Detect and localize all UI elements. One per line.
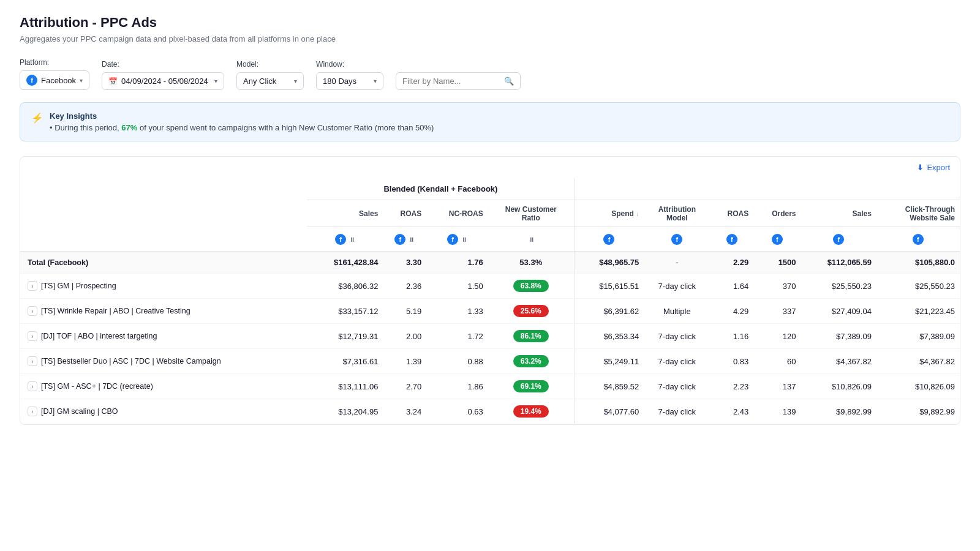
blended-sales-icon-row: f⏸ — [307, 227, 383, 252]
search-filter[interactable]: 🔍 — [396, 72, 521, 90]
platform-value: Facebook — [41, 76, 76, 85]
row-fb-sales: $4,367.82 — [801, 349, 876, 374]
export-row: ⬇ Export — [20, 157, 960, 178]
row-sales: $12,719.31 — [307, 324, 383, 349]
fb-roas-col-header — [710, 178, 753, 200]
campaign-name: ›[TS] Bestseller Duo | ASC | 7DC | Websi… — [20, 349, 307, 374]
row-fb-sales: $7,389.09 — [801, 324, 876, 349]
platform-filter-group: Platform: f Facebook ▾ — [20, 58, 89, 90]
fb-icon-roas: f — [394, 234, 405, 245]
attr-icon-row: f — [644, 227, 710, 252]
export-button[interactable]: ⬇ Export — [917, 163, 950, 172]
campaign-name: ›[DJ] GM scaling | CBO — [20, 399, 307, 424]
row-roas: 2.00 — [383, 324, 426, 349]
expand-button[interactable]: › — [28, 381, 37, 391]
row-nc-ratio: 19.4% — [488, 399, 574, 424]
row-spend: $6,391.62 — [574, 299, 644, 324]
blended-nc-roas-icon-row: f⏸ — [426, 227, 488, 252]
chevron-down-icon: ▾ — [80, 77, 83, 84]
row-attr-model: 7-day click — [644, 349, 710, 374]
row-nc-roas: 0.88 — [426, 349, 488, 374]
total-fb-sales: $112,065.59 — [801, 252, 876, 274]
expand-button[interactable]: › — [28, 306, 37, 316]
total-fb-orders: 1500 — [753, 252, 801, 274]
attr-model-label: AttributionModel — [644, 200, 710, 227]
fb-orders-label: Orders — [753, 200, 801, 227]
total-sales: $161,428.84 — [307, 252, 383, 274]
fb-icon-sales2: f — [833, 234, 844, 245]
row-fb-sales: $9,892.99 — [801, 399, 876, 424]
chevron-down-icon: ▾ — [214, 78, 217, 84]
row-fb-roas: 1.16 — [710, 324, 753, 349]
row-fb-orders: 60 — [753, 349, 801, 374]
row-roas: 5.19 — [383, 299, 426, 324]
row-attr-model: 7-day click — [644, 374, 710, 399]
date-select[interactable]: 📅 04/09/2024 - 05/08/2024 ▾ — [102, 72, 224, 90]
table-row: ›[DJ] TOF | ABO | interest targeting $12… — [20, 324, 960, 349]
row-attr-model: Multiple — [644, 299, 710, 324]
orders-icon-row: f — [753, 227, 801, 252]
row-fb-roas: 2.43 — [710, 399, 753, 424]
fb-icon-attr: f — [671, 234, 682, 245]
window-value: 180 Days — [323, 77, 356, 86]
expand-button[interactable]: › — [28, 281, 37, 291]
row-sales: $7,316.61 — [307, 349, 383, 374]
date-filter-group: Date: 📅 04/09/2024 - 05/08/2024 ▾ — [102, 60, 224, 90]
row-nc-roas: 0.63 — [426, 399, 488, 424]
total-roas: 3.30 — [383, 252, 426, 274]
campaign-name: ›[TS] GM - ASC+ | 7DC (recreate) — [20, 374, 307, 399]
table-row: ›[DJ] GM scaling | CBO $13,204.95 3.24 0… — [20, 399, 960, 424]
row-nc-roas: 1.72 — [426, 324, 488, 349]
insights-text-after: of your spend went to campaigns with a h… — [140, 123, 434, 132]
expand-button[interactable]: › — [28, 407, 37, 416]
nc-ratio-badge: 63.2% — [513, 355, 549, 367]
insights-text-before: • During this period, — [50, 123, 121, 132]
fb-sales-col-header — [801, 178, 876, 200]
row-nc-ratio: 69.1% — [488, 374, 574, 399]
fb-icon-spend: f — [603, 234, 614, 245]
total-fb-roas: 2.29 — [710, 252, 753, 274]
window-select[interactable]: 180 Days ▾ — [316, 72, 383, 90]
page-subtitle: Aggregates your PPC campaign data and pi… — [20, 34, 960, 43]
row-nc-ratio: 63.8% — [488, 274, 574, 299]
expand-button[interactable]: › — [28, 331, 37, 341]
download-icon: ⬇ — [917, 163, 924, 172]
platform-select[interactable]: f Facebook ▾ — [20, 70, 89, 90]
insights-title: Key Insights — [50, 111, 434, 121]
row-fb-orders: 120 — [753, 324, 801, 349]
table-row: ›[TS] GM - ASC+ | 7DC (recreate) $13,111… — [20, 374, 960, 399]
insights-content: Key Insights • During this period, 67% o… — [50, 111, 434, 132]
fb-icon-click: f — [913, 234, 924, 245]
click-icon-row: f — [876, 227, 960, 252]
nc-ratio-badge: 86.1% — [513, 330, 549, 342]
nc-roas-label: NC-ROAS — [426, 200, 488, 227]
row-spend: $15,615.51 — [574, 274, 644, 299]
fb-icon-orders: f — [772, 234, 783, 245]
row-click-through: $10,826.09 — [876, 374, 960, 399]
row-fb-roas: 2.23 — [710, 374, 753, 399]
row-nc-ratio: 86.1% — [488, 324, 574, 349]
search-input[interactable] — [402, 77, 500, 86]
row-roas: 3.24 — [383, 399, 426, 424]
row-click-through: $25,550.23 — [876, 274, 960, 299]
model-filter-group: Model: Any Click ▾ — [236, 60, 304, 90]
platform-label: Platform: — [20, 58, 89, 67]
total-click-through: $105,880.0 — [876, 252, 960, 274]
pause-icon3: ⏸ — [461, 236, 467, 243]
expand-button[interactable]: › — [28, 356, 37, 366]
spend-icon-row: f — [574, 227, 644, 252]
row-roas: 2.70 — [383, 374, 426, 399]
row-fb-roas: 1.64 — [710, 274, 753, 299]
row-nc-roas: 1.86 — [426, 374, 488, 399]
sales-label: Sales — [307, 200, 383, 227]
row-fb-orders: 370 — [753, 274, 801, 299]
row-click-through: $4,367.82 — [876, 349, 960, 374]
row-nc-ratio: 25.6% — [488, 299, 574, 324]
row-fb-roas: 0.83 — [710, 349, 753, 374]
blended-nc-ratio-icon-row: ⏸ — [488, 227, 574, 252]
model-select[interactable]: Any Click ▾ — [236, 72, 304, 90]
fb-roas-label2: ROAS — [710, 200, 753, 227]
campaign-col-header — [20, 178, 307, 252]
chevron-down-icon: ▾ — [374, 78, 377, 84]
row-spend: $4,859.52 — [574, 374, 644, 399]
